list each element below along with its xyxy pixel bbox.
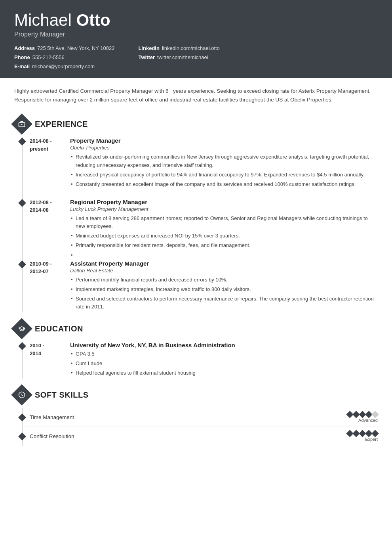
skill-1-rating: Advanced bbox=[347, 412, 378, 423]
contact-right: LinkedIn linkedin.com/michael.otto Twitt… bbox=[138, 45, 219, 69]
experience-timeline: 2014-08 - present Property Manager Obeli… bbox=[22, 137, 378, 312]
job-3-date: 2010-09 - 2012-07 bbox=[23, 260, 66, 313]
soft-skills-title: SOFT SKILLS bbox=[35, 390, 89, 400]
bullet: Performed monthly financial reports and … bbox=[70, 276, 378, 284]
twitter-label: Twitter bbox=[138, 54, 155, 60]
edu-1-date: 2010 - 2014 bbox=[23, 342, 66, 379]
address-value: 725 5th Ave, New York, NY 10022 bbox=[37, 45, 114, 51]
job-2-date: 2012-08 - 2014-08 bbox=[23, 199, 66, 251]
bullet: Increased physical occupancy of portfoli… bbox=[70, 171, 378, 179]
job-1-title: Property Manager bbox=[70, 137, 378, 144]
bullet: Helped local agencies to fill external s… bbox=[70, 369, 378, 377]
twitter-item: Twitter twitter.com/themichael bbox=[138, 54, 219, 60]
edu-1-bullets: GPA 3.5 Cum Laude Helped local agencies … bbox=[70, 350, 378, 377]
edu-1-content: University of New York, NY, BA in Busine… bbox=[66, 342, 378, 379]
soft-skills-icon bbox=[11, 385, 32, 406]
bullet: Implemented marketing strategies, increa… bbox=[70, 285, 378, 293]
linkedin-value: linkedin.com/michael.otto bbox=[162, 45, 220, 51]
skill-2-rating: Expert bbox=[347, 431, 378, 442]
job-2-bullets: Led a team of 8 serving 286 apartment ho… bbox=[70, 214, 378, 250]
phone-label: Phone bbox=[14, 54, 30, 60]
job-3-company: Dalton Real Estate bbox=[70, 268, 378, 274]
bullet: Cum Laude bbox=[70, 360, 378, 367]
education-title: EDUCATION bbox=[35, 324, 83, 333]
experience-icon bbox=[11, 114, 32, 135]
job-1-date: 2014-08 - present bbox=[23, 137, 66, 190]
email-item: E-mail michael@yourproperty.com bbox=[14, 63, 114, 69]
skill-2-level: Expert bbox=[365, 437, 378, 442]
soft-skills-section: SOFT SKILLS Time Management Advanced bbox=[14, 387, 378, 446]
skill-dot-2 bbox=[18, 433, 26, 440]
phone-value: 555-212-5556 bbox=[32, 54, 65, 60]
experience-title: EXPERIENCE bbox=[35, 120, 88, 129]
twitter-value: twitter.com/themichael bbox=[157, 54, 208, 60]
bullet: Minimized budget expenses and increased … bbox=[70, 232, 378, 240]
email-label: E-mail bbox=[14, 63, 30, 69]
skill-1-name: Time Management bbox=[30, 414, 347, 420]
job-title: Property Manager bbox=[14, 31, 378, 38]
full-name: Michael Otto bbox=[14, 11, 378, 29]
diamond bbox=[371, 430, 379, 437]
diamond bbox=[371, 411, 379, 418]
skills-list: Time Management Advanced Conflict Resolu… bbox=[22, 408, 378, 446]
skill-1-diamonds bbox=[347, 412, 378, 417]
job-3-bullets: Performed monthly financial reports and … bbox=[70, 276, 378, 311]
job-1-bullets: Revitalized six under-performing communi… bbox=[70, 153, 378, 188]
header: Michael Otto Property Manager Address 72… bbox=[0, 0, 392, 78]
education-section: EDUCATION 2010 - 2014 University of New … bbox=[14, 321, 378, 379]
job-3-content: Assistant Property Manager Dalton Real E… bbox=[66, 260, 378, 313]
edu-1: 2010 - 2014 University of New York, NY, … bbox=[23, 342, 378, 379]
job-1-company: Obelix Properties bbox=[70, 145, 378, 151]
bullet: Primarily responsible for resident rents… bbox=[70, 241, 378, 249]
skill-1: Time Management Advanced bbox=[23, 408, 378, 427]
first-name: Michael bbox=[14, 11, 76, 29]
address-item: Address 725 5th Ave, New York, NY 10022 bbox=[14, 45, 114, 51]
education-timeline: 2010 - 2014 University of New York, NY, … bbox=[22, 342, 378, 379]
email-value: michael@yourproperty.com bbox=[32, 63, 95, 69]
bullet: Constantly presented an excellent image … bbox=[70, 180, 378, 188]
address-label: Address bbox=[14, 45, 35, 51]
job-2-company: Lucky Luck Property Management bbox=[70, 206, 378, 212]
last-name: Otto bbox=[76, 11, 110, 29]
job-2-content: Regional Property Manager Lucky Luck Pro… bbox=[66, 199, 378, 251]
job-2: 2012-08 - 2014-08 Regional Property Mana… bbox=[23, 199, 378, 251]
skill-dot-1 bbox=[18, 413, 26, 421]
job-3-title: Assistant Property Manager bbox=[70, 260, 378, 267]
phone-item: Phone 555-212-5556 bbox=[14, 54, 114, 60]
skill-1-level: Advanced bbox=[358, 418, 378, 423]
skill-2: Conflict Resolution Expert bbox=[23, 427, 378, 446]
bullet: Revitalized six under-performing communi… bbox=[70, 153, 378, 169]
contact-left: Address 725 5th Ave, New York, NY 10022 … bbox=[14, 45, 114, 69]
experience-header: EXPERIENCE bbox=[14, 117, 378, 132]
soft-skills-header: SOFT SKILLS bbox=[14, 387, 378, 402]
bullet: Led a team of 8 serving 286 apartment ho… bbox=[70, 214, 378, 230]
linkedin-label: LinkedIn bbox=[138, 45, 159, 51]
contact-section: Address 725 5th Ave, New York, NY 10022 … bbox=[14, 45, 378, 69]
linkedin-item: LinkedIn linkedin.com/michael.otto bbox=[138, 45, 219, 51]
bullet: GPA 3.5 bbox=[70, 350, 378, 358]
job-1: 2014-08 - present Property Manager Obeli… bbox=[23, 137, 378, 190]
summary: Highly extroverted Certified Commercial … bbox=[14, 87, 378, 106]
skill-2-name: Conflict Resolution bbox=[30, 433, 347, 439]
skill-2-diamonds bbox=[347, 431, 378, 436]
education-header: EDUCATION bbox=[14, 321, 378, 336]
experience-section: EXPERIENCE 2014-08 - present Property Ma… bbox=[14, 117, 378, 312]
job-1-content: Property Manager Obelix Properties Revit… bbox=[66, 137, 378, 190]
main-content: Highly extroverted Certified Commercial … bbox=[0, 78, 392, 465]
job-2-title: Regional Property Manager bbox=[70, 199, 378, 205]
edu-1-title: University of New York, NY, BA in Busine… bbox=[70, 342, 378, 348]
bullet: Sourced and selected contractors to perf… bbox=[70, 295, 378, 311]
job-3: 2010-09 - 2012-07 Assistant Property Man… bbox=[23, 260, 378, 313]
education-icon bbox=[11, 318, 32, 339]
